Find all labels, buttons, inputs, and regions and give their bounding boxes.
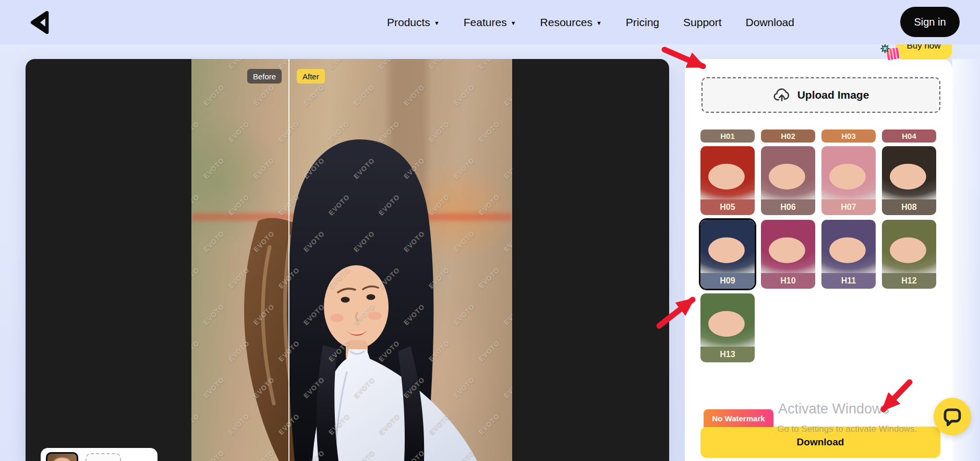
swatch-H10[interactable]: H10 bbox=[761, 220, 815, 289]
nav-item-features[interactable]: Features▼ bbox=[464, 16, 516, 29]
nav-item-resources[interactable]: Resources▼ bbox=[540, 16, 602, 29]
swatch-H13-preview bbox=[700, 293, 755, 348]
swatch-H09[interactable]: H09 bbox=[700, 220, 755, 289]
swatch-H09-label: H09 bbox=[700, 273, 755, 289]
before-after-photo: EVOTOEVOTOEVOTOEVOTOEVOTOEVOTOEVOTOEVOTO… bbox=[191, 59, 512, 461]
thumbnail-tray bbox=[41, 448, 158, 461]
swatch-H08-label: H08 bbox=[882, 199, 936, 215]
swatch-H10-label: H10 bbox=[761, 273, 815, 289]
swatch-H04[interactable]: H04 bbox=[882, 129, 936, 143]
chevron-down-icon: ▼ bbox=[511, 20, 516, 26]
chat-bubble-icon bbox=[941, 406, 963, 428]
image-thumbnail[interactable] bbox=[46, 452, 78, 461]
nav-item-download[interactable]: Download bbox=[746, 16, 794, 29]
swatch-H12-label: H12 bbox=[882, 273, 936, 289]
swatch-H10-preview bbox=[761, 220, 815, 274]
swatch-grid: H05H06H07H08H09H10H11H12H13 bbox=[700, 146, 936, 362]
gift-icon[interactable] bbox=[880, 44, 901, 63]
before-after-divider-handle[interactable] bbox=[288, 59, 289, 461]
top-navigation-bar: Products▼ Features▼ Resources▼ Pricing S… bbox=[0, 0, 980, 44]
swatch-H05-label: H05 bbox=[700, 199, 755, 215]
swatch-H06[interactable]: H06 bbox=[761, 146, 815, 215]
swatch-H05[interactable]: H05 bbox=[700, 146, 755, 215]
no-watermark-badge: No Watermark bbox=[704, 409, 773, 427]
nav-item-products[interactable]: Products▼ bbox=[387, 16, 440, 29]
swatch-H11-label: H11 bbox=[821, 273, 876, 289]
swatch-H13[interactable]: H13 bbox=[700, 293, 755, 362]
nav-item-support[interactable]: Support bbox=[683, 16, 722, 29]
swatch-H07-label: H07 bbox=[821, 199, 876, 215]
cloud-upload-icon bbox=[773, 86, 791, 104]
swatch-H03[interactable]: H03 bbox=[821, 129, 876, 143]
nav-links: Products▼ Features▼ Resources▼ Pricing S… bbox=[387, 0, 794, 44]
swatch-H05-preview bbox=[700, 146, 755, 200]
swatch-H02[interactable]: H02 bbox=[761, 129, 815, 143]
evoto-logo-icon[interactable] bbox=[27, 8, 53, 37]
upload-image-label: Upload Image bbox=[797, 89, 869, 101]
editor-canvas: EVOTOEVOTOEVOTOEVOTOEVOTOEVOTOEVOTOEVOTO… bbox=[26, 59, 669, 461]
photo-illustration bbox=[191, 59, 512, 461]
activate-windows-subtext: Go to Settings to activate Windows. bbox=[777, 424, 917, 434]
swatch-H06-label: H06 bbox=[761, 199, 815, 215]
swatch-H13-label: H13 bbox=[700, 347, 755, 362]
before-label: Before bbox=[247, 69, 282, 84]
swatch-H01[interactable]: H01 bbox=[700, 129, 755, 143]
swatch-H08[interactable]: H08 bbox=[882, 146, 936, 215]
swatch-H08-preview bbox=[882, 146, 936, 200]
swatch-H07[interactable]: H07 bbox=[821, 146, 876, 215]
upload-image-button[interactable]: Upload Image bbox=[701, 77, 940, 113]
chevron-down-icon: ▼ bbox=[434, 20, 440, 26]
swatch-H11-preview bbox=[821, 220, 876, 274]
swatch-H12[interactable]: H12 bbox=[882, 220, 936, 289]
after-label: After bbox=[297, 69, 325, 84]
chevron-down-icon: ▼ bbox=[596, 20, 602, 26]
sign-in-button[interactable]: Sign in bbox=[900, 7, 960, 37]
chat-launcher-button[interactable] bbox=[934, 398, 971, 435]
swatch-H11[interactable]: H11 bbox=[821, 220, 876, 289]
nav-item-pricing[interactable]: Pricing bbox=[626, 16, 659, 29]
swatch-H09-preview bbox=[700, 220, 755, 274]
swatch-row-partial: H01H02H03H04 bbox=[700, 129, 936, 143]
swatch-H12-preview bbox=[882, 220, 936, 274]
swatch-H06-preview bbox=[761, 146, 815, 200]
activate-windows-text: Activate Windows bbox=[778, 401, 889, 417]
add-image-slot[interactable] bbox=[86, 453, 121, 461]
swatch-H07-preview bbox=[821, 146, 876, 200]
